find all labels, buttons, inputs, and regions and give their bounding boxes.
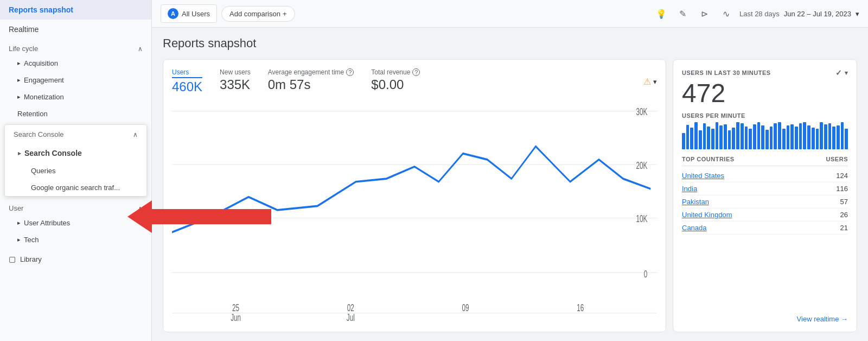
- analytics-card: Users 460K New users 335K Average engage…: [163, 59, 666, 332]
- metric-new-users[interactable]: New users 335K: [220, 68, 251, 94]
- svg-text:Jun: Jun: [231, 312, 241, 323]
- svg-text:Jul: Jul: [347, 312, 355, 323]
- sidebar: Reports snapshot Realtime Life cycle ∧ ▸…: [0, 0, 152, 341]
- realtime-panel: USERS IN LAST 30 MINUTES ✓ ▾ 472 USERS P…: [673, 59, 857, 332]
- country-name[interactable]: India: [682, 185, 697, 193]
- mini-bar: [736, 122, 739, 149]
- sidebar-item-library[interactable]: ▢ Library: [0, 250, 151, 268]
- mini-bar: [812, 128, 815, 149]
- mini-bar: [716, 122, 719, 149]
- sidebar-section-lifecycle[interactable]: Life cycle ∧: [0, 39, 151, 55]
- mini-bar: [682, 133, 685, 149]
- users-per-minute-label: USERS PER MINUTE: [682, 112, 848, 119]
- sidebar-item-engagement[interactable]: ▸ Engagement: [0, 72, 151, 89]
- svg-text:09: 09: [462, 302, 469, 313]
- sidebar-item-reports-snapshot[interactable]: Reports snapshot: [0, 0, 151, 20]
- metric-revenue-value: $0.00: [371, 77, 420, 92]
- warning-chevron: ▾: [653, 78, 657, 86]
- metric-total-revenue[interactable]: Total revenue ? $0.00: [371, 68, 420, 94]
- top-bar-right: 💡 ✎ ⊳ ∿ Last 28 days Jun 22 – Jul 19, 20…: [653, 5, 859, 22]
- metric-engagement-value: 0m 57s: [268, 77, 354, 92]
- country-users: 57: [840, 198, 848, 206]
- mini-bar: [837, 125, 840, 149]
- top-bar: A All Users Add comparison + 💡 ✎ ⊳ ∿ Las…: [152, 0, 868, 28]
- mini-bar: [724, 124, 727, 149]
- country-row: United Kingdom 26: [682, 209, 848, 222]
- page-title: Reports snapshot: [163, 36, 857, 50]
- mini-bar: [778, 122, 781, 149]
- page-body: Reports snapshot Users 460K New users 33…: [152, 28, 868, 341]
- sidebar-item-monetization[interactable]: ▸ Monetization: [0, 89, 151, 105]
- mini-bar: [707, 127, 710, 149]
- mini-bar: [824, 124, 827, 149]
- country-users: 26: [840, 211, 848, 219]
- metric-engagement-time[interactable]: Average engagement time ? 0m 57s: [268, 68, 354, 94]
- date-chevron: ▾: [856, 10, 859, 18]
- mini-bar: [753, 124, 756, 149]
- all-users-button[interactable]: A All Users: [161, 4, 217, 23]
- main-content: A All Users Add comparison + 💡 ✎ ⊳ ∿ Las…: [152, 0, 868, 341]
- realtime-value: 472: [682, 79, 848, 108]
- country-row: India 116: [682, 182, 848, 195]
- countries-rows: United States 124 India 116 Pakistan 57 …: [682, 169, 848, 235]
- mini-bar: [765, 130, 769, 149]
- mini-bar: [770, 127, 773, 149]
- country-name[interactable]: Canada: [682, 224, 707, 232]
- mini-bar: [820, 122, 823, 149]
- country-name[interactable]: United Kingdom: [682, 211, 732, 219]
- country-row: Pakistan 57: [682, 195, 848, 209]
- view-realtime-link[interactable]: View realtime →: [682, 315, 848, 323]
- svg-text:02: 02: [347, 302, 354, 313]
- help-icon-revenue: ?: [412, 68, 420, 76]
- country-name[interactable]: United States: [682, 172, 724, 180]
- country-users: 21: [840, 224, 848, 232]
- mini-bar: [790, 124, 794, 149]
- country-users: 116: [836, 185, 848, 193]
- metrics-row: Users 460K New users 335K Average engage…: [172, 68, 657, 94]
- metric-users-value: 460K: [172, 79, 202, 94]
- metric-users-label: Users: [172, 68, 202, 78]
- mini-bar: [745, 127, 748, 149]
- realtime-dropdown-chevron[interactable]: ▾: [845, 70, 848, 77]
- sidebar-item-retention[interactable]: Retention: [0, 105, 151, 122]
- sidebar-item-organic-search[interactable]: Google organic search traf...: [5, 179, 146, 196]
- add-comparison-button[interactable]: Add comparison +: [221, 6, 295, 22]
- svg-text:0: 0: [644, 269, 648, 280]
- sidebar-item-tech[interactable]: ▸ Tech: [0, 231, 151, 248]
- search-console-section-header[interactable]: Search Console ∧: [5, 125, 146, 144]
- countries-header: TOP COUNTRIES USERS: [682, 156, 848, 166]
- svg-text:20K: 20K: [636, 160, 647, 171]
- svg-text:25: 25: [232, 302, 239, 313]
- mini-bar: [749, 129, 752, 149]
- sidebar-item-queries[interactable]: Queries: [5, 162, 146, 179]
- insights-icon[interactable]: 💡: [653, 5, 670, 22]
- customize-icon[interactable]: ✎: [674, 5, 692, 22]
- warning-icon: ⚠: [643, 77, 651, 87]
- red-arrow-annotation: [152, 209, 271, 224]
- check-circle-icon: ✓: [835, 68, 843, 77]
- sidebar-item-search-console[interactable]: Search Console: [5, 144, 146, 162]
- search-console-popup: Search Console ∧ Search Console Queries …: [4, 124, 147, 197]
- mini-bar: [741, 123, 744, 149]
- mini-bar: [732, 128, 735, 149]
- plus-icon: +: [283, 10, 287, 18]
- mini-bar: [711, 129, 714, 149]
- svg-text:16: 16: [577, 302, 584, 313]
- mini-bar-chart: [682, 122, 848, 149]
- realtime-panel-controls[interactable]: ✓ ▾: [835, 68, 848, 77]
- analytics-icon[interactable]: ∿: [718, 5, 735, 22]
- share-icon[interactable]: ⊳: [696, 5, 713, 22]
- svg-text:30K: 30K: [636, 106, 647, 117]
- metric-new-users-label: New users: [220, 68, 251, 76]
- metric-users[interactable]: Users 460K: [172, 68, 202, 94]
- realtime-panel-header: USERS IN LAST 30 MINUTES ✓ ▾: [682, 68, 848, 77]
- sidebar-item-acquisition[interactable]: ▸ Acquisition: [0, 55, 151, 72]
- country-name[interactable]: Pakistan: [682, 198, 709, 206]
- country-row: United States 124: [682, 169, 848, 182]
- date-range-selector[interactable]: Last 28 days Jun 22 – Jul 19, 2023 ▾: [739, 10, 859, 18]
- country-row: Canada 21: [682, 222, 848, 235]
- sidebar-item-realtime[interactable]: Realtime: [0, 20, 151, 39]
- mini-bar: [782, 129, 786, 149]
- warning-dropdown[interactable]: ⚠ ▾: [643, 68, 657, 94]
- mini-bar: [686, 125, 690, 149]
